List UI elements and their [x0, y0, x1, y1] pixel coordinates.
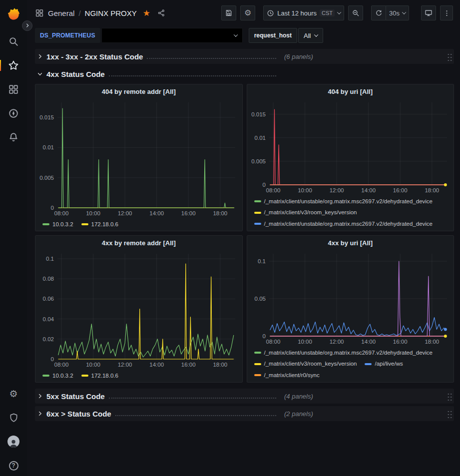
svg-text:0.1: 0.1 — [258, 258, 266, 264]
legend-swatch — [254, 374, 261, 376]
svg-text:14:00: 14:00 — [149, 362, 164, 368]
bell-icon — [8, 132, 19, 143]
row-toggle[interactable]: 1xx - 3xx - 2xx Status Code — [37, 52, 280, 61]
cycle-view-mode-button[interactable] — [421, 5, 436, 20]
svg-text:12:00: 12:00 — [118, 210, 132, 216]
legend-label: /_matrix/client/v3/room_keys/version — [264, 359, 357, 369]
legend-item[interactable]: /sw.js — [365, 230, 389, 231]
request-host-dropdown[interactable]: All — [298, 28, 323, 43]
legend-item[interactable]: 172.18.0.6 — [81, 219, 118, 229]
svg-text:10:00: 10:00 — [298, 339, 312, 345]
legend-item[interactable]: /_matrix/client/v3/room_keys/version — [254, 230, 357, 231]
legend-swatch — [42, 375, 49, 377]
time-range-picker[interactable]: Last 12 hours CST — [263, 5, 344, 20]
legend-label: /_matrix/client/unstable/org.matrix.msc2… — [264, 348, 433, 358]
datasource-select[interactable] — [101, 28, 243, 43]
legend-swatch — [365, 363, 372, 365]
dashboard-settings-button[interactable]: ⚙ — [240, 5, 255, 20]
svg-text:12:00: 12:00 — [329, 339, 344, 345]
svg-text:16:00: 16:00 — [181, 210, 196, 216]
breadcrumb-separator: / — [78, 9, 80, 17]
row-title: 1xx - 3xx - 2xx Status Code — [46, 52, 143, 61]
sidebar-item-dashboards[interactable] — [3, 83, 23, 95]
zoom-out-icon — [352, 9, 360, 17]
svg-text:16:00: 16:00 — [393, 187, 407, 193]
grafana-logo[interactable] — [5, 6, 22, 22]
legend-item[interactable]: 172.18.0.6 — [81, 371, 118, 381]
row-panel-count: (2 panels) — [284, 410, 313, 418]
save-dashboard-button[interactable] — [221, 5, 236, 20]
row-toggle[interactable]: 5xx Status Code — [37, 392, 280, 401]
sidebar-item-search[interactable] — [3, 35, 23, 47]
refresh-interval-dropdown[interactable]: 30s — [386, 5, 409, 20]
breadcrumb-section[interactable]: General — [48, 9, 74, 17]
zoom-out-button[interactable] — [348, 5, 363, 20]
row-toggle[interactable]: 6xx > Status Code — [37, 410, 280, 418]
chevron-down-icon — [314, 32, 318, 36]
refresh-interval-label: 30s — [389, 9, 400, 17]
chart-plot: 08:0010:0012:0014:0016:0018:0000.050.1 — [247, 250, 454, 346]
svg-text:18:00: 18:00 — [213, 210, 227, 216]
sidebar-item-help[interactable]: ? — [3, 460, 23, 472]
sidebar-item-profile[interactable] — [3, 436, 23, 448]
favorite-star-icon[interactable]: ★ — [143, 9, 150, 17]
more-options-button[interactable] — [440, 5, 453, 20]
share-icon[interactable] — [157, 9, 165, 17]
legend-label: /_matrix/client/v3/room_keys/version — [264, 208, 357, 217]
sidebar-item-server-admin[interactable] — [3, 412, 23, 424]
sidebar-item-alerting[interactable] — [3, 131, 23, 143]
panel-title[interactable]: 4xx by uri [All] — [247, 236, 454, 250]
svg-text:0.06: 0.06 — [43, 296, 54, 302]
legend-label: 10.0.3.2 — [52, 371, 73, 381]
sidebar-expand-button[interactable] — [22, 20, 32, 31]
dashboards-grid-icon — [8, 84, 19, 95]
legend-item[interactable]: /_matrix/client/v3/room_keys/version — [254, 359, 357, 369]
legend-item[interactable]: /_matrix/client/unstable/org.matrix.msc2… — [254, 197, 433, 206]
legend-item[interactable]: 10.0.3.2 — [42, 371, 73, 381]
search-icon — [8, 36, 19, 47]
row-drag-handle[interactable] — [447, 410, 452, 418]
legend-item[interactable]: /_matrix/client/unstable/org.matrix.msc2… — [254, 219, 433, 229]
chart-plot: 08:0010:0012:0014:0016:0018:0000.020.040… — [35, 250, 242, 369]
legend-label: /sw.js — [375, 230, 389, 231]
star-icon — [8, 60, 19, 71]
panel-4xx-by-remote-addr: 4xx by remote addr [All] 08:0010:0012:00… — [35, 235, 243, 383]
row-title: 6xx > Status Code — [46, 410, 111, 418]
row-drag-handle[interactable] — [447, 52, 452, 61]
sidebar-item-configuration[interactable]: ⚙ — [3, 388, 23, 400]
row-toggle[interactable]: 4xx Status Code — [37, 70, 280, 78]
svg-text:0.01: 0.01 — [254, 135, 265, 141]
svg-text:12:00: 12:00 — [118, 362, 132, 368]
legend-item[interactable]: /_matrix/client/v3/room_keys/version — [254, 208, 357, 217]
legend-item[interactable]: /api/live/ws — [365, 359, 403, 369]
legend-item[interactable]: /_matrix/client/r0/sync — [254, 371, 320, 380]
navbar-actions: ⚙ Last 12 hours CST 30 — [221, 5, 453, 20]
gear-icon: ⚙ — [244, 9, 251, 17]
timezone-badge: CST — [320, 9, 335, 16]
legend-item[interactable]: /_matrix/client/unstable/org.matrix.msc2… — [254, 348, 433, 358]
panel-title[interactable]: 404 by remote addr [All] — [35, 84, 242, 98]
sidebar-item-explore[interactable] — [3, 107, 23, 119]
refresh-button[interactable] — [371, 5, 386, 20]
svg-text:14:00: 14:00 — [361, 339, 376, 345]
legend-label: /_matrix/client/r0/sync — [264, 371, 320, 380]
legend-label: 172.18.0.6 — [91, 219, 118, 229]
svg-text:08:00: 08:00 — [266, 187, 280, 193]
sidebar: ⚙ ? — [0, 0, 27, 476]
chevron-right-icon — [25, 22, 30, 29]
refresh-icon — [375, 9, 383, 17]
variable-label-ds-prometheus: DS_PROMETHEUS — [35, 28, 100, 43]
sidebar-item-starred[interactable] — [3, 59, 23, 71]
svg-text:0.08: 0.08 — [43, 276, 54, 282]
legend-swatch — [254, 363, 261, 365]
svg-text:16:00: 16:00 — [393, 339, 407, 345]
row-drag-handle[interactable] — [447, 392, 452, 401]
panel-title[interactable]: 404 by uri [All] — [247, 84, 454, 98]
panel-title[interactable]: 4xx by remote addr [All] — [35, 236, 242, 250]
legend-item[interactable]: 10.0.3.2 — [42, 219, 73, 229]
panels-grid: 404 by remote addr [All] 08:0010:0012:00… — [35, 84, 454, 383]
row-panel-count: (4 panels) — [284, 393, 313, 400]
svg-text:0.05: 0.05 — [254, 296, 265, 302]
svg-text:0.015: 0.015 — [251, 111, 266, 117]
legend-item[interactable]: /_matrix/client/unstable/org.matrix.msc2… — [254, 382, 433, 382]
